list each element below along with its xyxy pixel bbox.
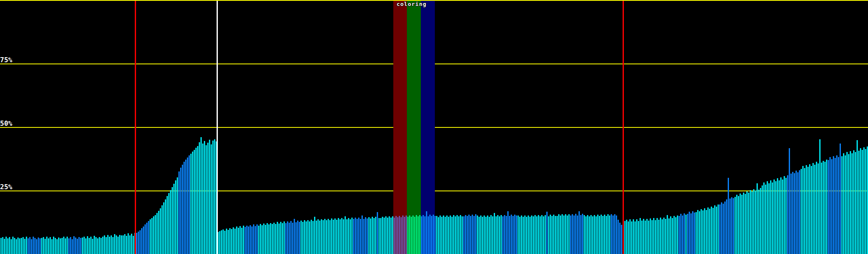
bar [126, 236, 127, 254]
bar [336, 220, 337, 254]
bar [256, 224, 258, 254]
bar [206, 145, 207, 254]
bar [177, 177, 178, 254]
bar [321, 219, 322, 254]
coloring-chart: 75%50%25% coloring [0, 0, 868, 254]
bar [519, 217, 520, 254]
bar [801, 169, 802, 254]
bar [743, 193, 744, 254]
bar [650, 218, 651, 254]
bar [696, 212, 697, 254]
bar [151, 218, 153, 254]
bar [6, 237, 7, 254]
bar [67, 237, 68, 254]
bar [855, 152, 856, 254]
bar [145, 224, 146, 254]
bar [789, 148, 790, 254]
bar [328, 219, 329, 254]
bar [270, 223, 271, 254]
bar [619, 223, 620, 254]
bar [806, 165, 807, 254]
bar [19, 238, 20, 254]
bar [816, 162, 817, 254]
gridline-100pct [0, 0, 868, 1]
bar [484, 215, 485, 254]
bar [97, 238, 98, 254]
bar [626, 220, 627, 254]
bar [451, 217, 453, 254]
bar [704, 208, 705, 254]
bar [221, 230, 222, 254]
bar [326, 220, 327, 254]
bar [7, 238, 8, 254]
bar [782, 179, 783, 254]
bar [779, 180, 780, 254]
bar [202, 144, 203, 254]
bar [538, 215, 539, 254]
bar [421, 216, 422, 254]
bar [587, 215, 588, 254]
bar [655, 220, 656, 254]
bar [446, 215, 448, 254]
bar [482, 217, 483, 254]
bar [468, 215, 470, 254]
bar [70, 237, 71, 254]
bar [640, 218, 641, 254]
bar [475, 214, 476, 254]
bar [685, 215, 687, 254]
bar [646, 219, 648, 254]
bar [445, 217, 446, 254]
bar [41, 238, 42, 254]
bar [494, 213, 495, 254]
bar [92, 239, 93, 254]
bar [799, 170, 800, 254]
bar [189, 155, 190, 254]
bar [112, 237, 114, 254]
bar [104, 235, 105, 254]
bar [555, 216, 556, 254]
bar [575, 214, 576, 254]
bar [429, 215, 431, 254]
bar [651, 220, 653, 254]
bar [307, 220, 309, 254]
bar [796, 171, 797, 254]
bar [173, 184, 175, 254]
bar [33, 237, 34, 254]
bar [599, 216, 600, 254]
bar [572, 214, 573, 254]
bar [199, 142, 200, 254]
bar [60, 238, 61, 254]
bar [294, 219, 295, 254]
bar [65, 238, 66, 254]
bar [131, 234, 132, 254]
bar [382, 217, 383, 254]
bar [440, 215, 441, 254]
bar [684, 213, 685, 254]
bar [512, 216, 514, 254]
bar [745, 194, 746, 254]
bar [223, 229, 224, 254]
bar [738, 196, 739, 254]
bar [24, 239, 25, 254]
bar [862, 150, 863, 254]
bar [392, 216, 393, 254]
bar [43, 237, 44, 254]
bar [648, 221, 649, 254]
bar [194, 150, 195, 254]
bar [709, 209, 710, 254]
bar [672, 218, 673, 254]
bar [226, 229, 227, 254]
bar [758, 190, 760, 254]
bar [323, 220, 324, 254]
bar [540, 216, 541, 254]
bar [780, 177, 782, 254]
bar [334, 218, 336, 254]
bar [492, 216, 493, 254]
bar [658, 220, 659, 254]
bar [718, 204, 719, 254]
bar [414, 217, 415, 254]
bar [160, 208, 161, 254]
bar [295, 222, 297, 254]
bar [384, 218, 385, 254]
bar [863, 147, 865, 254]
